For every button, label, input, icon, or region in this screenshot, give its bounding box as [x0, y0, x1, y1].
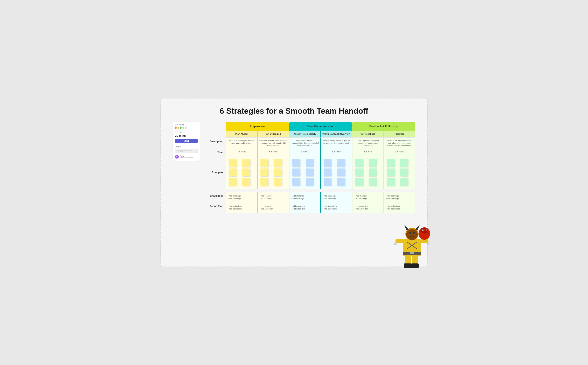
challenge-item[interactable]: Add challenge [291, 195, 318, 197]
sticky-note[interactable] [260, 168, 269, 176]
action-item[interactable]: Add action item [354, 208, 381, 210]
challenge-item[interactable]: Add challenge [291, 197, 318, 200]
search-field[interactable]: 🔍 Search by name or email... [175, 149, 198, 153]
sticky-note[interactable] [337, 168, 345, 176]
sticky-note[interactable] [400, 168, 408, 176]
sidebar: Dot Voting Timer 30 mins Start People 🔍 … [173, 122, 200, 161]
desc-prioritize: Focus on the most critical tasks and inf… [384, 138, 415, 149]
window-controls [175, 127, 198, 129]
sticky-note[interactable] [355, 178, 363, 186]
sticky-note[interactable] [242, 159, 250, 167]
sticky-note[interactable] [337, 159, 345, 167]
time-prioritize: 3-5 mins [384, 149, 415, 156]
action-list-0-1: Add action item Add action item [259, 204, 287, 211]
page-title: 6 Strategies for a Smooth Team Handoff [173, 107, 415, 116]
challenge-item[interactable]: Add challenge [260, 195, 287, 197]
time-get-organized: 3-5 mins [257, 149, 289, 156]
sticky-note[interactable] [305, 159, 314, 167]
sticky-note[interactable] [242, 178, 250, 186]
sticky-note[interactable] [324, 168, 332, 176]
challenges-list-1-1: Add challenge Add challenge [322, 194, 351, 201]
sticky-note[interactable] [337, 178, 345, 186]
action-item[interactable]: Add action item [386, 205, 413, 207]
challenge-item[interactable]: Add challenge [323, 195, 350, 197]
challenges-list-2-0: Add challenge Add challenge [354, 194, 382, 201]
challenge-item[interactable]: Add challenge [228, 197, 255, 200]
sticky-note[interactable] [400, 178, 408, 186]
sticky-note[interactable] [229, 168, 237, 176]
col-quick-overview-header: Provide a Quick Overview [320, 131, 352, 138]
sticky-note[interactable] [274, 159, 282, 167]
sticky-note[interactable] [387, 159, 395, 167]
examples-assign-roles [289, 156, 320, 189]
search-placeholder: Search by name or email... [180, 149, 196, 152]
challenges-quick-overview: Add challenge Add challenge [320, 192, 352, 203]
sticky-note[interactable] [274, 178, 282, 186]
character-svg [392, 219, 434, 271]
sticky-note[interactable] [242, 168, 250, 176]
svg-rect-3 [411, 263, 419, 268]
challenge-item[interactable]: Add challenge [354, 195, 381, 197]
action-plan-get-feedback: Add action item Add action item [352, 203, 383, 213]
sticky-note[interactable] [400, 159, 408, 167]
challenge-item[interactable]: Add challenge [228, 195, 255, 197]
sticky-note[interactable] [324, 178, 332, 186]
action-item[interactable]: Add action item [228, 205, 255, 207]
sticky-note[interactable] [369, 178, 377, 186]
challenge-item[interactable]: Add challenge [260, 197, 287, 200]
sticky-note[interactable] [229, 159, 237, 167]
action-list-1-0: Add action item Add action item [291, 204, 319, 211]
challenges-get-feedback: Add challenge Add challenge [352, 192, 383, 203]
challenge-item[interactable]: Add challenge [386, 195, 413, 197]
description-label: Description [203, 138, 226, 149]
sticky-note[interactable] [274, 168, 282, 176]
challenges-list-0-1: Add challenge Add challenge [259, 194, 287, 201]
svg-rect-7 [395, 239, 403, 243]
sticky-note[interactable] [305, 178, 314, 186]
examples-label: Examples [203, 156, 226, 189]
challenge-item[interactable]: Add challenge [354, 197, 381, 200]
col-assign-roles-header: Assign Roles Clearly [289, 131, 320, 138]
sticky-note[interactable] [387, 178, 395, 186]
svg-rect-6 [410, 252, 414, 254]
sticky-note[interactable] [305, 168, 314, 176]
sticky-note[interactable] [260, 159, 269, 167]
timer-label: Timer [179, 131, 184, 133]
action-item[interactable]: Add action item [323, 205, 350, 207]
sticky-note[interactable] [355, 168, 363, 176]
sticky-note[interactable] [355, 159, 363, 167]
sticky-note[interactable] [260, 178, 269, 186]
sticky-note[interactable] [324, 159, 332, 167]
extra-dot2 [185, 127, 187, 129]
action-item[interactable]: Add action item [291, 208, 318, 210]
desc-plan-ahead: Set up the handoff process with clear go… [226, 138, 257, 149]
action-plan-quick-overview: Add action item Add action item [320, 203, 352, 213]
sticky-note[interactable] [292, 168, 300, 176]
action-item[interactable]: Add action item [291, 205, 318, 207]
action-item[interactable]: Add action item [386, 208, 413, 210]
desc-text-1-0: Define each person's responsibilities du… [291, 139, 319, 147]
sticky-note[interactable] [229, 178, 237, 186]
challenge-item[interactable]: Add challenge [323, 197, 350, 200]
action-item[interactable]: Add action item [354, 205, 381, 207]
sticky-note[interactable] [292, 178, 300, 186]
action-item[interactable]: Add action item [228, 208, 255, 210]
action-item[interactable]: Add action item [323, 208, 350, 210]
cat-prep-header: Preparation [226, 122, 289, 131]
grid-wrapper: Preparation Clear Communication Feedback… [203, 122, 415, 213]
start-button[interactable]: Start [175, 139, 198, 143]
sticky-note[interactable] [387, 168, 395, 176]
sticky-note[interactable] [369, 159, 377, 167]
time-get-feedback: 3-5 mins [352, 149, 383, 156]
action-item[interactable]: Add action item [260, 208, 287, 210]
examples-get-organized [257, 156, 289, 189]
challenges-get-organized: Add challenge Add challenge [257, 192, 289, 203]
sticky-note[interactable] [369, 168, 377, 176]
action-item[interactable]: Add action item [260, 205, 287, 207]
challenges-list-1-0: Add challenge Add challenge [291, 194, 319, 201]
challenge-item[interactable]: Add challenge [386, 197, 413, 200]
svg-point-21 [425, 229, 426, 231]
character-decoration [392, 219, 434, 267]
svg-rect-14 [427, 244, 429, 245]
sticky-note[interactable] [292, 159, 300, 167]
